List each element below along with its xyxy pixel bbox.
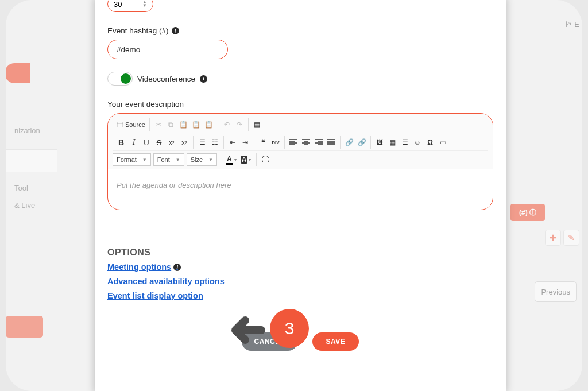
image-button[interactable]: 🖼 — [373, 136, 386, 149]
maximize-button[interactable]: ⛶ — [259, 153, 272, 166]
paste-word-button[interactable]: 📋 — [203, 118, 215, 131]
font-select[interactable]: Font▼ — [153, 153, 184, 166]
bg-hashtag-chip: (#) ⓘ — [510, 204, 545, 221]
videoconference-row: Videoconference i — [107, 72, 493, 86]
editor-content[interactable]: Put the agenda or description here — [108, 169, 493, 210]
bg-sidebar-item: nization — [14, 126, 40, 135]
subscript-button[interactable]: x2 — [165, 136, 178, 149]
align-left-button[interactable] — [287, 136, 300, 149]
align-right-button[interactable] — [312, 136, 325, 149]
numbered-list-button[interactable]: ☰ — [196, 136, 208, 149]
svg-rect-0 — [117, 122, 123, 127]
div-button[interactable]: DIV — [269, 136, 282, 149]
page-background: 🏳 E nization Tool & Live (#) ⓘ ✚ ✎ Previ… — [6, 0, 582, 391]
advanced-availability-link[interactable]: Advanced availability options — [107, 277, 225, 286]
rich-text-editor: Source ✂ ⧉ 📋 📋 📋 ↶ ↷ ▤ — [107, 113, 493, 210]
bg-previous-button: Previous — [535, 281, 577, 302]
bg-action-button — [6, 316, 43, 338]
options-heading: OPTIONS — [107, 247, 493, 258]
link-button[interactable]: 🔗 — [343, 136, 355, 149]
editor-toolbar: Source ✂ ⧉ 📋 📋 📋 ↶ ↷ ▤ — [108, 114, 493, 169]
format-select[interactable]: Format▼ — [113, 153, 151, 166]
blockquote-button[interactable]: ❝ — [257, 136, 269, 149]
source-button[interactable]: Source — [115, 118, 147, 131]
hashtag-input[interactable]: #demo — [107, 40, 228, 59]
copy-button: ⧉ — [165, 118, 177, 131]
duration-input[interactable]: 30 ▲ ▼ — [107, 0, 153, 12]
redo-button: ↷ — [233, 118, 246, 131]
unlink-button: 🔗 — [355, 136, 368, 149]
underline-button[interactable]: U — [140, 136, 153, 149]
align-center-button[interactable] — [300, 136, 312, 149]
modal-footer: CANCEL SAVE — [107, 332, 493, 351]
bold-button[interactable]: B — [115, 136, 127, 149]
event-form-modal: 30 ▲ ▼ Event hashtag (#) i #demo Videoco… — [95, 0, 506, 391]
superscript-button[interactable]: x2 — [178, 136, 191, 149]
text-color-button[interactable]: A▾ — [225, 154, 238, 165]
size-select[interactable]: Size▼ — [187, 153, 217, 166]
info-icon[interactable]: i — [173, 264, 181, 271]
bullet-list-button[interactable]: ☷ — [208, 136, 221, 149]
chevron-down-icon[interactable]: ▼ — [142, 4, 147, 7]
strike-button[interactable]: S — [153, 136, 165, 149]
paste-button[interactable]: 📋 — [177, 118, 190, 131]
hashtag-label: Event hashtag (#) i — [107, 26, 493, 35]
cut-button: ✂ — [152, 118, 165, 131]
bg-sidebar-item: & Live — [14, 201, 35, 210]
special-char-button[interactable]: Ω — [424, 136, 436, 149]
select-all-button[interactable]: ▤ — [251, 118, 264, 131]
videoconference-toggle[interactable] — [107, 72, 133, 86]
toggle-knob — [121, 73, 131, 84]
spinner-buttons[interactable]: ▲ ▼ — [142, 1, 147, 7]
event-list-display-link[interactable]: Event list display option — [107, 291, 203, 300]
info-icon[interactable]: i — [200, 75, 207, 83]
description-label: Your event description — [107, 100, 493, 109]
bg-sidebar-highlight — [6, 63, 30, 83]
save-button[interactable]: SAVE — [312, 332, 359, 351]
hr-button[interactable]: ☰ — [399, 136, 411, 149]
videoconference-label: Videoconference — [137, 75, 195, 83]
editor-placeholder: Put the agenda or description here — [117, 181, 231, 189]
iframe-button[interactable]: ▭ — [436, 136, 449, 149]
align-justify-button[interactable] — [325, 136, 338, 149]
outdent-button[interactable]: ⇤ — [226, 136, 239, 149]
italic-button[interactable]: I — [127, 136, 140, 149]
bg-color-button[interactable]: A▾ — [239, 154, 253, 165]
bg-sidebar-selected — [6, 149, 57, 172]
bg-sidebar-item: Tool — [14, 184, 28, 192]
undo-button: ↶ — [220, 118, 233, 131]
indent-button[interactable]: ⇥ — [239, 136, 252, 149]
bg-action-icons: ✚ ✎ — [545, 230, 579, 246]
cancel-button[interactable]: CANCEL — [242, 332, 297, 351]
meeting-options-link[interactable]: Meeting options i — [107, 262, 181, 272]
table-button[interactable]: ▦ — [386, 136, 399, 149]
smiley-button[interactable]: ☺ — [411, 136, 424, 149]
bg-lang-switch: 🏳 E — [565, 20, 579, 29]
duration-value: 30 — [114, 0, 122, 9]
info-icon[interactable]: i — [172, 27, 179, 34]
paste-text-button[interactable]: 📋 — [190, 118, 203, 131]
